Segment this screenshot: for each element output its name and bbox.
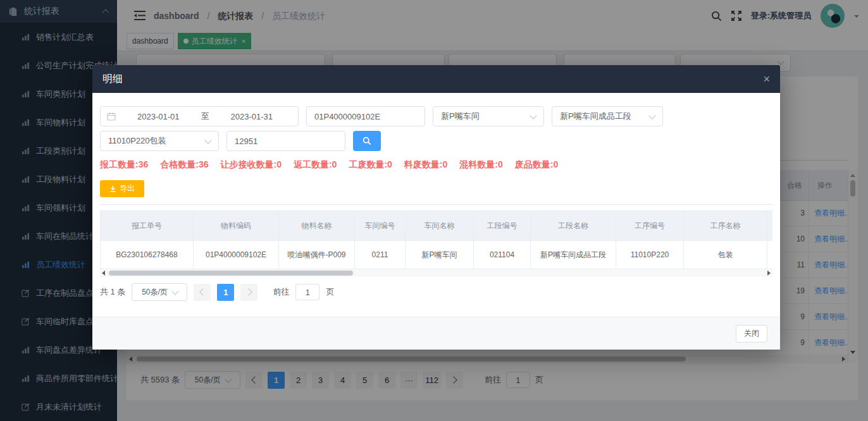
stat-waste-qty: 废品数量:0 — [515, 159, 558, 171]
col-clipped — [767, 210, 772, 241]
search-button[interactable] — [353, 131, 381, 151]
section-select[interactable]: 新P嘴车间成品工段 — [552, 106, 663, 126]
app-root: 统计报表 销售计划汇总表 公司生产计划完成统计 车间类别计划 车间物料计划 — [0, 0, 868, 421]
cell-process-name: 包装 — [684, 241, 767, 269]
detail-modal: 明细 × 2023-01-01 至 2023-01-31 新P嘴车间 — [92, 65, 780, 350]
stat-concession-qty: 让步接收数量:0 — [220, 159, 281, 171]
process-select-value: 11010P220包装 — [108, 135, 166, 147]
cell-material-name: 喷油嘴偶件-P009 — [279, 241, 355, 269]
export-label: 导出 — [120, 183, 135, 194]
goto-page-input[interactable] — [295, 284, 319, 300]
page-size-value: 50条/页 — [142, 287, 168, 298]
scroll-right-icon[interactable] — [767, 271, 771, 276]
stat-process-scrap-qty: 工废数量:0 — [349, 159, 392, 171]
chevron-left-icon — [199, 288, 206, 295]
stat-qualified-qty: 合格数量:36 — [160, 159, 208, 171]
cell-process-no: 11010P220 — [616, 241, 684, 269]
scroll-left-icon[interactable] — [102, 271, 105, 276]
cell-workshop-no: 0211 — [355, 241, 406, 269]
workshop-select-value: 新P嘴车间 — [441, 111, 480, 122]
modal-header: 明细 × — [92, 65, 780, 93]
divider — [100, 204, 772, 205]
cell-report-no: BG230106278468 — [100, 241, 194, 269]
modal-close-button[interactable]: 关闭 — [736, 325, 767, 343]
chevron-down-icon — [171, 288, 178, 295]
goto-label: 前往 — [273, 286, 289, 298]
modal-footer: 关闭 — [92, 317, 780, 350]
stat-rework-qty: 返工数量:0 — [294, 159, 337, 171]
col-process-name: 工序名称 — [684, 210, 767, 241]
chevron-down-icon — [530, 112, 536, 119]
cell-workshop-name: 新P嘴车间 — [406, 241, 474, 269]
cell-material-code: 01P4000009102E — [194, 241, 279, 269]
download-icon — [109, 185, 116, 192]
stat-mixed-material-qty: 混料数量:0 — [459, 159, 502, 171]
workshop-select[interactable]: 新P嘴车间 — [433, 106, 544, 126]
col-section-no: 工段编号 — [474, 210, 531, 241]
close-icon[interactable]: × — [763, 73, 770, 85]
page-button-1[interactable]: 1 — [217, 284, 234, 301]
next-page-button[interactable] — [240, 284, 257, 301]
modal-pagination: 共 1 条 50条/页 1 前往 页 — [100, 283, 772, 301]
modal-horizontal-scrollbar[interactable] — [100, 269, 772, 277]
col-material-code: 物料编码 — [194, 210, 279, 241]
detail-table: 报工单号 物料编码 物料名称 车间编号 车间名称 工段编号 工段名称 工序编号 … — [100, 210, 772, 269]
cell-clipped — [767, 241, 772, 269]
col-section-name: 工段名称 — [531, 210, 616, 241]
page-size-select[interactable]: 50条/页 — [132, 283, 187, 301]
col-workshop-name: 车间名称 — [406, 210, 474, 241]
date-start-value[interactable]: 2023-01-01 — [118, 112, 199, 121]
total-count: 共 1 条 — [100, 286, 125, 298]
detail-table-header: 报工单号 物料编码 物料名称 车间编号 车间名称 工段编号 工段名称 工序编号 … — [100, 210, 772, 241]
modal-body: 2023-01-01 至 2023-01-31 新P嘴车间 新P嘴车间成品工段 … — [92, 93, 780, 317]
date-range-picker[interactable]: 2023-01-01 至 2023-01-31 — [100, 106, 299, 126]
date-end-value[interactable]: 2023-01-31 — [212, 112, 292, 121]
process-select[interactable]: 11010P220包装 — [100, 131, 219, 151]
table-row: BG230106278468 01P4000009102E 喷油嘴偶件-P009… — [100, 241, 772, 269]
col-report-no: 报工单号 — [100, 210, 194, 241]
cell-section-no: 021104 — [474, 241, 531, 269]
prev-page-button[interactable] — [194, 284, 211, 301]
summary-stats: 报工数量:36 合格数量:36 让步接收数量:0 返工数量:0 工废数量:0 料… — [100, 159, 772, 171]
page-unit-label: 页 — [326, 286, 334, 298]
col-process-no: 工序编号 — [616, 210, 684, 241]
employee-input[interactable] — [226, 131, 345, 151]
modal-title: 明细 — [102, 73, 123, 86]
chevron-down-icon — [204, 137, 211, 143]
calendar-icon — [107, 112, 116, 121]
stat-reported-qty: 报工数量:36 — [100, 159, 148, 171]
col-workshop-no: 车间编号 — [355, 210, 406, 241]
chevron-right-icon — [245, 288, 252, 295]
search-icon — [363, 137, 371, 145]
cell-section-name: 新P嘴车间成品工段 — [531, 241, 616, 269]
material-code-input[interactable] — [306, 106, 425, 126]
scrollbar-thumb[interactable] — [109, 271, 353, 276]
date-range-separator: 至 — [201, 111, 209, 122]
col-material-name: 物料名称 — [279, 210, 355, 241]
stat-material-scrap-qty: 料废数量:0 — [404, 159, 447, 171]
section-select-value: 新P嘴车间成品工段 — [560, 111, 631, 122]
export-button[interactable]: 导出 — [100, 180, 144, 197]
chevron-down-icon — [648, 112, 655, 119]
